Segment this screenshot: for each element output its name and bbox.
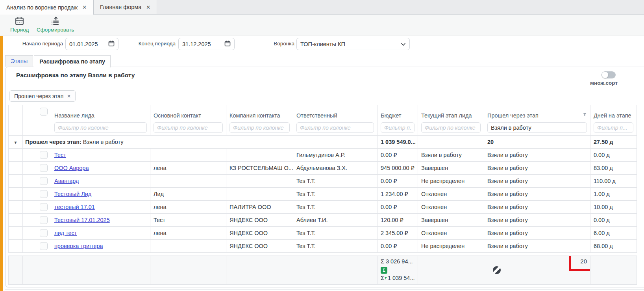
calendar-icon[interactable] [108, 40, 115, 48]
tab-stages[interactable]: Этапы [5, 55, 33, 67]
row-checkbox[interactable] [40, 229, 48, 237]
lead-link[interactable]: проверка триггера [54, 243, 103, 249]
table-row: Тестовый 17.01.2025 Тест ЯНДЕКС ООО Абли… [9, 214, 637, 227]
column-header-passed-stage[interactable]: Прошел через этап Взяли в работу [484, 105, 590, 136]
row-checkbox[interactable] [40, 190, 48, 198]
period-end-input[interactable]: 31.12.2025 [178, 38, 235, 50]
current-stage-cell: Отклонен [418, 188, 484, 201]
select-all-checkbox[interactable] [40, 108, 48, 116]
passed-stage-cell: Взяли в работу [484, 149, 590, 162]
row-checkbox[interactable] [40, 177, 48, 185]
period-start-value: 01.01.2025 [69, 41, 108, 47]
contact-company-cell: ПАЛИТРА ООО [226, 201, 293, 214]
period-button[interactable]: Период [10, 16, 29, 33]
column-header-budget[interactable]: Бюджет Фильтр п... [378, 105, 418, 136]
column-filter-input[interactable]: Фильтр по колонке [154, 122, 223, 133]
table-row: Авангард Tes T.T. 0.00 ₽ Не распределен … [9, 175, 637, 188]
count-aggregate-icon[interactable] [493, 266, 501, 274]
column-header-responsible[interactable]: Ответственный Фильтр по колонке [293, 105, 378, 136]
column-filter-input[interactable]: Фильтр по колонке [421, 122, 481, 133]
filter-chip-passed-stage[interactable]: Прошел через этап ✕ [9, 90, 76, 102]
days-on-stage-cell: 10.00 д [590, 201, 637, 214]
passed-stage-cell: Взяли в работу [484, 175, 590, 188]
column-header-lead-name[interactable]: Название лида Фильтр по колонке [51, 105, 150, 136]
annotation-highlight-box: 20 [569, 256, 590, 271]
toggle-off-icon[interactable] [601, 71, 616, 78]
lead-name-cell: Тестовый 17.01.2025 [51, 214, 150, 227]
group-row: ▼ Прошел через этап: Взяли в работу 1 03… [9, 136, 637, 149]
current-stage-cell: Взяли в работу [418, 149, 484, 162]
leads-table-wrap: Название лида Фильтр по колонке Основной… [8, 105, 637, 285]
row-checkbox[interactable] [40, 242, 48, 250]
panel-title: Расшифровка по этапу Взяли в работу [16, 72, 135, 79]
tab-label: Главная форма [100, 4, 141, 10]
column-header-days-on-stage[interactable]: Дней на этапе Фильтр п... [590, 105, 637, 136]
current-stage-cell: Завершен [418, 162, 484, 175]
budget-cell: 1 234.00 ₽ [378, 188, 418, 201]
column-filter-input[interactable]: Фильтр по колонке [296, 122, 374, 133]
close-icon[interactable]: ✕ [67, 93, 71, 99]
group-collapse-button[interactable]: ▼ [9, 136, 23, 149]
column-filter-input[interactable]: Фильтр по колонке [229, 122, 290, 133]
tab-funnel-analysis[interactable]: Анализ по воронке продаж ✕ [0, 0, 94, 15]
lead-name-cell: Тест [51, 149, 150, 162]
funnel-select[interactable]: ТОП-клиенты КП [296, 38, 410, 50]
budget-cell: 0.00 ₽ [378, 175, 418, 188]
row-checkbox[interactable] [40, 216, 48, 224]
contact-company-cell [226, 175, 293, 188]
budget-filtered-total: Σ1 039 54... [381, 274, 415, 282]
passed-stage-cell: Взяли в работу [484, 227, 590, 240]
budget-cell: 0.00 ₽ [378, 240, 418, 253]
group-label-cell: Прошел через этап: Взяли в работу [23, 136, 378, 149]
responsible-cell: Tes T.T. [293, 227, 378, 240]
current-stage-cell: Отклонен [418, 201, 484, 214]
period-start-input[interactable]: 01.01.2025 [65, 38, 118, 50]
column-header-current-stage[interactable]: Текущий этап лида Фильтр по колонке [418, 105, 484, 136]
tab-stage-breakdown[interactable]: Расшифровка по этапу [34, 55, 111, 67]
days-on-stage-cell: 0.00 д [590, 149, 637, 162]
passed-total-value: 20 [580, 258, 587, 265]
lead-name-cell: Авангард [51, 175, 150, 188]
row-checkbox[interactable] [40, 203, 48, 211]
main-contact-cell [150, 240, 226, 253]
lead-link[interactable]: Тестовый Лид [54, 191, 91, 197]
tab-main-form[interactable]: Главная форма ✕ [94, 0, 157, 14]
column-filter-input[interactable]: Фильтр п... [381, 122, 415, 133]
column-filter-input[interactable]: Фильтр п... [594, 122, 633, 133]
row-checkbox[interactable] [40, 164, 48, 172]
budget-cell: 945 000.00 ₽ [378, 162, 418, 175]
multisort-toggle[interactable] [601, 71, 616, 78]
lead-link[interactable]: Авангард [54, 178, 79, 184]
calendar-icon[interactable] [224, 40, 231, 48]
group-budget-total: 1 039 549.0... [378, 136, 418, 149]
group-stage-cell [418, 136, 484, 149]
column-header-contact-company[interactable]: Компания контакта Фильтр по колонке [226, 105, 293, 136]
close-icon[interactable]: ✕ [82, 4, 87, 10]
header-row: Название лида Фильтр по колонке Основной… [9, 105, 637, 136]
budget-cell: 0.00 ₽ [378, 149, 418, 162]
parameters-row: Начало периода 01.01.2025 Конец периода … [0, 36, 644, 54]
days-on-stage-cell: 6.00 д [590, 227, 637, 240]
column-filter-input[interactable]: Фильтр по колонке [54, 122, 147, 133]
lead-link[interactable]: ООО Аврора [54, 165, 89, 171]
chevron-down-icon: ▼ [14, 140, 18, 145]
close-icon[interactable]: ✕ [146, 4, 150, 10]
contact-company-cell: ЯНДЕКС ООО [226, 227, 293, 240]
indent-column-header [23, 105, 36, 136]
days-on-stage-cell: 1.00 д [590, 188, 637, 201]
current-stage-cell: Не распределен [418, 240, 484, 253]
responsible-cell: Tes T.T. [293, 175, 378, 188]
lead-link[interactable]: лид тест [54, 230, 77, 236]
column-filter-input[interactable]: Взяли в работу [487, 122, 587, 133]
lead-link[interactable]: Тестовый 17.01.2025 [54, 217, 110, 223]
row-checkbox[interactable] [40, 151, 48, 159]
lead-link[interactable]: тестовый 17.01 [54, 204, 95, 210]
budget-cell: 0.00 ₽ [378, 201, 418, 214]
calendar-icon [15, 16, 24, 26]
lead-link[interactable]: Тест [54, 152, 66, 158]
sum-badge-icon[interactable]: Σ [381, 267, 387, 274]
passed-stage-cell: Взяли в работу [484, 201, 590, 214]
generate-button[interactable]: Сформировать [37, 16, 74, 33]
contact-company-cell: ЯНДЕКС ООО [226, 214, 293, 227]
column-header-main-contact[interactable]: Основной контакт Фильтр по колонке [150, 105, 226, 136]
